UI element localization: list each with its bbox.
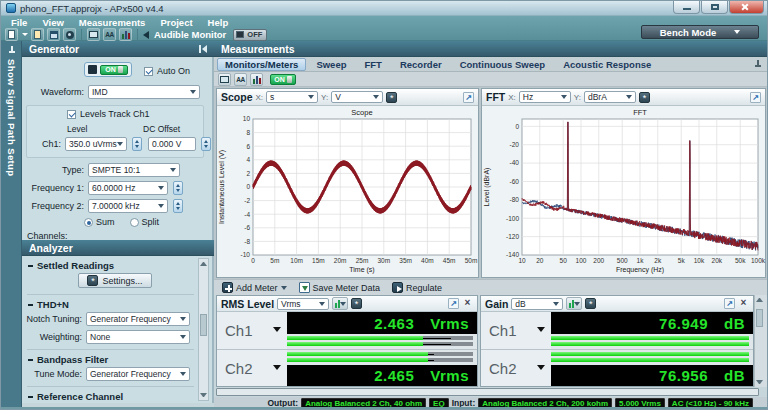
channel-name: Ch2 [489, 360, 517, 377]
settled-readings-section[interactable]: Settled Readings [28, 260, 114, 271]
tab-recorder[interactable]: Recorder [392, 58, 450, 71]
open-project-icon[interactable] [31, 28, 44, 41]
monitor-on-label: ON [274, 76, 285, 83]
new-project-dropdown-icon[interactable] [22, 33, 28, 36]
frequency1-stepper[interactable] [173, 181, 183, 195]
bench-mode-button[interactable]: Bench Mode [641, 25, 759, 39]
settings-button[interactable]: * Settings... [78, 273, 152, 288]
menu-help[interactable]: Help [208, 17, 229, 28]
tune-mode-select[interactable]: Generator Frequency [86, 367, 190, 381]
meters-scrollbar[interactable] [754, 295, 767, 387]
scroll-down-icon[interactable] [756, 380, 763, 384]
scroll-thumb[interactable] [756, 309, 763, 327]
rms-unit-select[interactable]: Vrms [277, 298, 329, 310]
menu-project[interactable]: Project [160, 17, 192, 28]
save-project-icon[interactable] [47, 28, 60, 41]
scope-y-select[interactable]: V [331, 91, 383, 103]
generator-header: Generator [22, 41, 214, 57]
sum-radio[interactable] [84, 218, 93, 227]
audible-monitor-toggle[interactable]: OFF [233, 29, 267, 41]
gain-unit-select[interactable]: dB [511, 298, 563, 310]
maximize-button[interactable] [701, 1, 728, 14]
split-radio[interactable] [130, 218, 139, 227]
svg-text:10k: 10k [694, 257, 705, 264]
levels-track-checkbox[interactable] [67, 110, 76, 119]
scroll-thumb[interactable] [200, 314, 207, 336]
analyzer-scrollbar[interactable] [198, 258, 209, 401]
frequency1-select[interactable]: 60.0000 Hz [88, 181, 168, 195]
analyzer-aa-icon[interactable]: AA [234, 73, 247, 86]
frequency2-select[interactable]: 7.00000 kHz [88, 199, 168, 213]
monitors-chart-icon[interactable] [250, 73, 263, 86]
type-select[interactable]: SMPTE 10:1 [88, 163, 180, 177]
rms-settings-gear-icon[interactable]: * [351, 298, 362, 309]
menu-view[interactable]: View [42, 17, 63, 28]
menu-measurements[interactable]: Measurements [79, 17, 146, 28]
fft-y-select[interactable]: dBrA [584, 91, 636, 103]
collapsed-meter-dock[interactable] [216, 388, 759, 396]
pin-icon[interactable] [754, 59, 762, 69]
toggle-state-label: OFF [247, 30, 262, 39]
fft-expand-icon[interactable]: ↗ [750, 92, 761, 103]
signal-path-icon[interactable] [87, 28, 100, 41]
rms-expand-icon[interactable]: ↗ [448, 298, 459, 309]
close-button[interactable] [729, 1, 764, 14]
gain-expand-icon[interactable]: ↗ [724, 298, 735, 309]
dc-offset-field[interactable]: 0.000 V [148, 137, 196, 151]
svg-text:40m: 40m [421, 257, 434, 264]
rms-ch2-selector[interactable]: Ch2 [217, 350, 287, 386]
tab-sweep[interactable]: Sweep [308, 58, 354, 71]
fft-x-select[interactable]: Hz [519, 91, 571, 103]
rms-close-icon[interactable]: × [462, 298, 473, 309]
signal-path-icon[interactable] [218, 73, 231, 86]
save-meter-data-button[interactable]: Save Meter Data [295, 281, 385, 294]
generator-on-toggle[interactable]: ON [84, 62, 132, 77]
reference-channel-section[interactable]: Reference Channel [28, 391, 123, 402]
auto-on-checkbox[interactable] [144, 67, 153, 76]
analyzer-aa-icon[interactable]: AA [103, 28, 116, 41]
frequency2-stepper[interactable] [173, 199, 183, 213]
monitors-chart-icon[interactable] [119, 28, 132, 41]
minimize-button[interactable] [673, 1, 700, 14]
gain-close-icon[interactable]: × [738, 298, 749, 309]
signal-path-setup-strip[interactable]: Show Signal Path Setup [1, 41, 22, 407]
dc-offset-stepper[interactable] [201, 137, 211, 151]
thdn-section[interactable]: THD+N [28, 299, 69, 310]
scope-settings-gear-icon[interactable]: * [386, 92, 397, 103]
ch1-level-stepper[interactable] [132, 137, 142, 151]
tab-acoustic-response[interactable]: Acoustic Response [555, 58, 659, 71]
collapse-pin-icon[interactable] [199, 45, 207, 53]
gain-ch2-selector[interactable]: Ch2 [481, 350, 551, 386]
scope-x-select[interactable]: s [266, 91, 318, 103]
meter-style-icon[interactable] [332, 297, 348, 310]
rms-level-title: RMS Level [221, 298, 274, 310]
pin-icon[interactable] [8, 46, 15, 53]
monitor-on-toggle[interactable]: ON [270, 74, 296, 85]
scope-expand-icon[interactable]: ↗ [463, 92, 474, 103]
settings-gear-icon[interactable] [63, 28, 76, 41]
svg-text:0: 0 [246, 183, 250, 190]
scroll-up-icon[interactable] [200, 262, 207, 266]
meter-style-icon[interactable] [566, 297, 582, 310]
gain-settings-gear-icon[interactable]: * [585, 298, 596, 309]
weighting-select[interactable]: None [86, 330, 190, 344]
ch1-level-select[interactable]: 350.0 uVrms [65, 137, 127, 151]
tab-continuous-sweep[interactable]: Continuous Sweep [452, 58, 554, 71]
new-project-icon[interactable] [5, 28, 18, 41]
notch-tuning-select[interactable]: Generator Frequency [86, 312, 190, 326]
gain-ch1-selector[interactable]: Ch1 [481, 312, 551, 349]
add-meter-button[interactable]: Add Meter [218, 281, 291, 294]
svg-text:20: 20 [536, 257, 544, 264]
analyzer-title: Analyzer [29, 242, 73, 254]
svg-text:35m: 35m [399, 257, 412, 264]
regulate-button[interactable]: Regulate [388, 281, 446, 294]
menu-file[interactable]: File [11, 17, 27, 28]
rms-ch1-selector[interactable]: Ch1 [217, 312, 287, 349]
scroll-up-icon[interactable] [756, 298, 763, 302]
tab-monitors-meters[interactable]: Monitors/Meters [217, 58, 306, 71]
waveform-select[interactable]: IMD [88, 85, 200, 99]
scroll-down-icon[interactable] [200, 393, 207, 397]
bandpass-section[interactable]: Bandpass Filter [28, 354, 108, 365]
tab-fft[interactable]: FFT [356, 58, 389, 71]
fft-settings-gear-icon[interactable]: * [639, 92, 650, 103]
